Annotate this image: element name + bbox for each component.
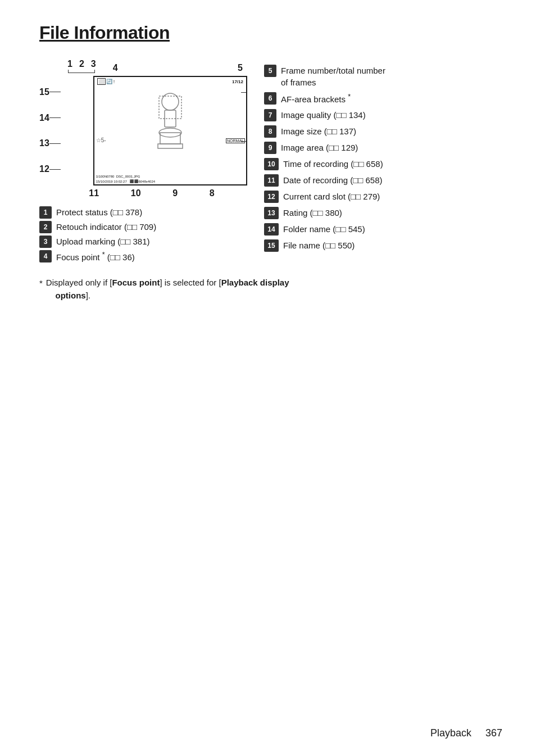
items-list-5-15: 5 Frame number/total numberof frames 6 A… xyxy=(264,59,502,252)
right-line-6: 6 xyxy=(241,87,247,97)
badge-2: 2 xyxy=(39,221,52,233)
screen-info-line1: 1I100N0780 DSC_0001.JPG xyxy=(96,174,244,179)
footnote-asterisk: * xyxy=(39,277,43,302)
badge-10: 10 xyxy=(264,158,279,170)
nums-1-2-3: 1 2 3 xyxy=(67,59,96,69)
badge-9: 9 xyxy=(264,142,276,154)
item-15-text: File name (□□ 550) xyxy=(283,239,355,251)
camera-screen: ⬜ 🔄 ↑ 17/12 xyxy=(93,76,247,185)
item-10: 10 Time of recording (□□ 658) xyxy=(264,158,502,170)
svg-rect-4 xyxy=(158,144,183,148)
page-footer: Playback 367 xyxy=(430,727,502,739)
badge-13: 13 xyxy=(264,207,279,219)
item-5-text: Frame number/total numberof frames xyxy=(281,65,385,88)
screen-info-line2: 15/10/2019 10:02:27 ⬛ ⬛6048x4024 xyxy=(96,179,244,184)
diagram-section: 1 2 3 4 5 15 xyxy=(39,59,502,263)
page-content: File Information 1 2 3 xyxy=(0,0,536,336)
footnote-text: Displayed only if [Focus point] is selec… xyxy=(46,277,289,302)
label-9: 9 xyxy=(172,188,178,198)
screen-rating: ☆5- xyxy=(96,137,106,143)
label-3: 3 xyxy=(91,59,96,69)
item-12: 12 Current card slot (□□ 279) xyxy=(264,191,502,203)
page-title: File Information xyxy=(39,22,502,43)
num-label-14: 14 xyxy=(39,113,49,123)
item-7-text: Image quality (□□ 134) xyxy=(281,109,366,121)
line-15 xyxy=(49,92,61,92)
item-8: 8 Image size (□□ 137) xyxy=(264,125,502,138)
item-8-text: Image size (□□ 137) xyxy=(281,125,356,137)
item-15: 15 File name (□□ 550) xyxy=(264,239,502,252)
line-13 xyxy=(49,143,61,144)
item-4-text: Focus point * (□□ 36) xyxy=(56,250,135,263)
badge-6: 6 xyxy=(264,92,276,105)
footnote-paragraph: * Displayed only if [Focus point] is sel… xyxy=(39,277,466,302)
screen-image-area: ☆5- NORMAL xyxy=(94,86,246,159)
label-11: 11 xyxy=(89,188,99,198)
line-12 xyxy=(49,169,61,170)
icon-protect: ⬜ xyxy=(97,78,106,85)
line-14 xyxy=(49,117,61,118)
item-13: 13 Rating (□□ 380) xyxy=(264,207,502,219)
badge-5: 5 xyxy=(264,65,276,77)
diagram-body: 15 14 13 12 xyxy=(39,76,247,185)
item-4: 4 Focus point * (□□ 36) xyxy=(39,250,247,263)
num-label-15: 15 xyxy=(39,87,49,97)
item-12-text: Current card slot (□□ 279) xyxy=(283,191,380,202)
footnote-section: * Displayed only if [Focus point] is sel… xyxy=(39,277,466,302)
bottom-number-row: 11 10 9 8 xyxy=(39,188,247,198)
num-label-12: 12 xyxy=(39,164,49,174)
badge-12: 12 xyxy=(264,191,279,203)
icon-retouch: 🔄 xyxy=(106,79,112,84)
label-8: 8 xyxy=(210,188,215,198)
item-9: 9 Image area (□□ 129) xyxy=(264,142,502,154)
right-line-7: 7 xyxy=(241,136,247,146)
item-6-text: AF-area brackets * xyxy=(281,92,351,105)
item-14-text: Folder name (□□ 545) xyxy=(283,223,365,235)
left-num-15: 15 xyxy=(39,87,65,97)
camera-diagram: 1 2 3 4 5 15 xyxy=(39,59,247,263)
item-2-text: Retouch indicator (□□ 709) xyxy=(56,221,156,233)
left-num-13: 13 xyxy=(39,138,65,148)
footer-section: Playback xyxy=(430,727,471,739)
photo-subject-svg xyxy=(148,90,193,155)
badge-3: 3 xyxy=(39,236,52,248)
nums-group-123-4: 1 2 3 4 xyxy=(67,59,118,73)
item-11-text: Date of recording (□□ 658) xyxy=(283,174,383,186)
screen-topbar: ⬜ 🔄 ↑ 17/12 xyxy=(94,77,246,86)
screen-frame-count: 17/12 xyxy=(232,79,243,84)
line-6 xyxy=(241,92,247,93)
item-11: 11 Date of recording (□□ 658) xyxy=(264,174,502,187)
left-num-12: 12 xyxy=(39,164,65,174)
item-9-text: Image area (□□ 129) xyxy=(281,142,358,153)
item-13-text: Rating (□□ 380) xyxy=(283,207,342,219)
badge-1: 1 xyxy=(39,206,52,219)
icon-upload: ↑ xyxy=(113,79,116,84)
left-num-14: 14 xyxy=(39,113,65,123)
badge-11: 11 xyxy=(264,174,279,187)
label-5: 5 xyxy=(238,63,243,73)
footnote-bold-focus-point: Focus point xyxy=(112,278,160,287)
label-2: 2 xyxy=(79,59,84,69)
badge-7: 7 xyxy=(264,109,276,121)
svg-rect-3 xyxy=(160,133,180,144)
line-7 xyxy=(241,141,247,142)
num-label-13: 13 xyxy=(39,138,49,148)
screen-bottombar: 1I100N0780 DSC_0001.JPG 15/10/2019 10:02… xyxy=(94,174,246,184)
item-10-text: Time of recording (□□ 658) xyxy=(283,158,383,170)
item-3-text: Upload marking (□□ 381) xyxy=(56,236,150,247)
item-3: 3 Upload marking (□□ 381) xyxy=(39,236,247,248)
item-5: 5 Frame number/total numberof frames xyxy=(264,65,502,88)
badge-15: 15 xyxy=(264,239,279,252)
item-6: 6 AF-area brackets * xyxy=(264,92,502,105)
screen-icons: ⬜ 🔄 ↑ xyxy=(97,78,116,85)
badge-4: 4 xyxy=(39,250,52,262)
bracket-under-123 xyxy=(68,70,95,73)
item-7: 7 Image quality (□□ 134) xyxy=(264,109,502,121)
top-number-row: 1 2 3 4 5 xyxy=(39,59,247,73)
label-4: 4 xyxy=(113,63,118,73)
footer-page-number: 367 xyxy=(485,727,502,739)
badge-8: 8 xyxy=(264,125,276,138)
label-1: 1 xyxy=(67,59,72,69)
footnote-bold-playback-options: Playback display options xyxy=(46,278,289,300)
label-10: 10 xyxy=(131,188,141,198)
